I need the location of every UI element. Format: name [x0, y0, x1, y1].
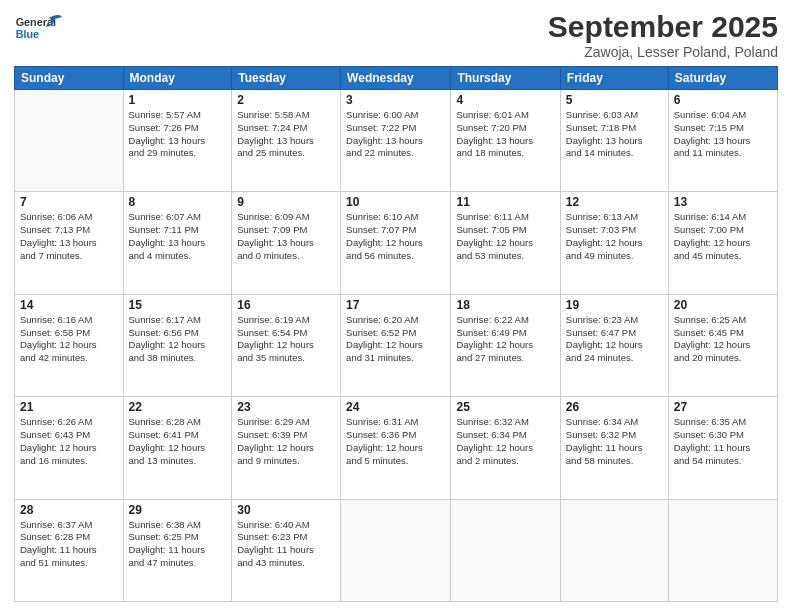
cell-1-6: 5Sunrise: 6:03 AM Sunset: 7:18 PM Daylig… [560, 90, 668, 192]
day-detail: Sunrise: 6:28 AM Sunset: 6:41 PM Dayligh… [129, 416, 227, 467]
cell-4-1: 21Sunrise: 6:26 AM Sunset: 6:43 PM Dayli… [15, 397, 124, 499]
cell-2-4: 10Sunrise: 6:10 AM Sunset: 7:07 PM Dayli… [341, 192, 451, 294]
cell-3-6: 19Sunrise: 6:23 AM Sunset: 6:47 PM Dayli… [560, 294, 668, 396]
day-number: 24 [346, 400, 445, 414]
day-number: 27 [674, 400, 772, 414]
day-number: 21 [20, 400, 118, 414]
cell-3-3: 16Sunrise: 6:19 AM Sunset: 6:54 PM Dayli… [232, 294, 341, 396]
cell-2-3: 9Sunrise: 6:09 AM Sunset: 7:09 PM Daylig… [232, 192, 341, 294]
week-row-3: 14Sunrise: 6:16 AM Sunset: 6:58 PM Dayli… [15, 294, 778, 396]
col-saturday: Saturday [668, 67, 777, 90]
cell-5-3: 30Sunrise: 6:40 AM Sunset: 6:23 PM Dayli… [232, 499, 341, 601]
header-row: Sunday Monday Tuesday Wednesday Thursday… [15, 67, 778, 90]
day-number: 8 [129, 195, 227, 209]
header: General Blue September 2025 Zawoja, Less… [14, 10, 778, 60]
day-number: 7 [20, 195, 118, 209]
cell-5-4 [341, 499, 451, 601]
cell-4-3: 23Sunrise: 6:29 AM Sunset: 6:39 PM Dayli… [232, 397, 341, 499]
subtitle: Zawoja, Lesser Poland, Poland [548, 44, 778, 60]
cell-4-4: 24Sunrise: 6:31 AM Sunset: 6:36 PM Dayli… [341, 397, 451, 499]
cell-1-3: 2Sunrise: 5:58 AM Sunset: 7:24 PM Daylig… [232, 90, 341, 192]
day-number: 15 [129, 298, 227, 312]
day-detail: Sunrise: 6:31 AM Sunset: 6:36 PM Dayligh… [346, 416, 445, 467]
day-number: 3 [346, 93, 445, 107]
page: General Blue September 2025 Zawoja, Less… [0, 0, 792, 612]
day-number: 11 [456, 195, 554, 209]
cell-1-1 [15, 90, 124, 192]
col-sunday: Sunday [15, 67, 124, 90]
cell-2-7: 13Sunrise: 6:14 AM Sunset: 7:00 PM Dayli… [668, 192, 777, 294]
svg-text:Blue: Blue [16, 28, 39, 40]
logo-area: General Blue [14, 10, 64, 50]
day-detail: Sunrise: 6:03 AM Sunset: 7:18 PM Dayligh… [566, 109, 663, 160]
day-detail: Sunrise: 6:19 AM Sunset: 6:54 PM Dayligh… [237, 314, 335, 365]
day-number: 1 [129, 93, 227, 107]
title-area: September 2025 Zawoja, Lesser Poland, Po… [548, 10, 778, 60]
cell-2-5: 11Sunrise: 6:11 AM Sunset: 7:05 PM Dayli… [451, 192, 560, 294]
day-number: 25 [456, 400, 554, 414]
day-detail: Sunrise: 6:04 AM Sunset: 7:15 PM Dayligh… [674, 109, 772, 160]
day-detail: Sunrise: 6:29 AM Sunset: 6:39 PM Dayligh… [237, 416, 335, 467]
col-wednesday: Wednesday [341, 67, 451, 90]
day-detail: Sunrise: 6:09 AM Sunset: 7:09 PM Dayligh… [237, 211, 335, 262]
cell-2-1: 7Sunrise: 6:06 AM Sunset: 7:13 PM Daylig… [15, 192, 124, 294]
day-detail: Sunrise: 6:13 AM Sunset: 7:03 PM Dayligh… [566, 211, 663, 262]
day-number: 26 [566, 400, 663, 414]
week-row-5: 28Sunrise: 6:37 AM Sunset: 6:28 PM Dayli… [15, 499, 778, 601]
day-detail: Sunrise: 6:23 AM Sunset: 6:47 PM Dayligh… [566, 314, 663, 365]
cell-1-2: 1Sunrise: 5:57 AM Sunset: 7:26 PM Daylig… [123, 90, 232, 192]
day-detail: Sunrise: 6:01 AM Sunset: 7:20 PM Dayligh… [456, 109, 554, 160]
cell-3-4: 17Sunrise: 6:20 AM Sunset: 6:52 PM Dayli… [341, 294, 451, 396]
day-number: 2 [237, 93, 335, 107]
day-detail: Sunrise: 5:57 AM Sunset: 7:26 PM Dayligh… [129, 109, 227, 160]
day-detail: Sunrise: 6:37 AM Sunset: 6:28 PM Dayligh… [20, 519, 118, 570]
day-detail: Sunrise: 6:26 AM Sunset: 6:43 PM Dayligh… [20, 416, 118, 467]
day-detail: Sunrise: 6:20 AM Sunset: 6:52 PM Dayligh… [346, 314, 445, 365]
cell-5-5 [451, 499, 560, 601]
day-detail: Sunrise: 6:40 AM Sunset: 6:23 PM Dayligh… [237, 519, 335, 570]
week-row-1: 1Sunrise: 5:57 AM Sunset: 7:26 PM Daylig… [15, 90, 778, 192]
cell-3-5: 18Sunrise: 6:22 AM Sunset: 6:49 PM Dayli… [451, 294, 560, 396]
calendar-table: Sunday Monday Tuesday Wednesday Thursday… [14, 66, 778, 602]
day-detail: Sunrise: 6:32 AM Sunset: 6:34 PM Dayligh… [456, 416, 554, 467]
day-number: 22 [129, 400, 227, 414]
day-detail: Sunrise: 6:07 AM Sunset: 7:11 PM Dayligh… [129, 211, 227, 262]
cell-5-6 [560, 499, 668, 601]
day-number: 20 [674, 298, 772, 312]
col-monday: Monday [123, 67, 232, 90]
cell-2-6: 12Sunrise: 6:13 AM Sunset: 7:03 PM Dayli… [560, 192, 668, 294]
day-detail: Sunrise: 6:38 AM Sunset: 6:25 PM Dayligh… [129, 519, 227, 570]
day-detail: Sunrise: 6:16 AM Sunset: 6:58 PM Dayligh… [20, 314, 118, 365]
day-detail: Sunrise: 5:58 AM Sunset: 7:24 PM Dayligh… [237, 109, 335, 160]
cell-1-4: 3Sunrise: 6:00 AM Sunset: 7:22 PM Daylig… [341, 90, 451, 192]
col-friday: Friday [560, 67, 668, 90]
cell-5-1: 28Sunrise: 6:37 AM Sunset: 6:28 PM Dayli… [15, 499, 124, 601]
cell-3-1: 14Sunrise: 6:16 AM Sunset: 6:58 PM Dayli… [15, 294, 124, 396]
cell-3-2: 15Sunrise: 6:17 AM Sunset: 6:56 PM Dayli… [123, 294, 232, 396]
cell-1-5: 4Sunrise: 6:01 AM Sunset: 7:20 PM Daylig… [451, 90, 560, 192]
col-tuesday: Tuesday [232, 67, 341, 90]
month-title: September 2025 [548, 10, 778, 44]
cell-4-6: 26Sunrise: 6:34 AM Sunset: 6:32 PM Dayli… [560, 397, 668, 499]
day-detail: Sunrise: 6:06 AM Sunset: 7:13 PM Dayligh… [20, 211, 118, 262]
cell-4-2: 22Sunrise: 6:28 AM Sunset: 6:41 PM Dayli… [123, 397, 232, 499]
day-number: 10 [346, 195, 445, 209]
cell-5-2: 29Sunrise: 6:38 AM Sunset: 6:25 PM Dayli… [123, 499, 232, 601]
day-number: 9 [237, 195, 335, 209]
day-detail: Sunrise: 6:25 AM Sunset: 6:45 PM Dayligh… [674, 314, 772, 365]
logo-icon: General Blue [14, 10, 64, 50]
cell-3-7: 20Sunrise: 6:25 AM Sunset: 6:45 PM Dayli… [668, 294, 777, 396]
day-number: 12 [566, 195, 663, 209]
day-detail: Sunrise: 6:22 AM Sunset: 6:49 PM Dayligh… [456, 314, 554, 365]
day-number: 5 [566, 93, 663, 107]
day-number: 16 [237, 298, 335, 312]
cell-4-7: 27Sunrise: 6:35 AM Sunset: 6:30 PM Dayli… [668, 397, 777, 499]
day-number: 30 [237, 503, 335, 517]
cell-4-5: 25Sunrise: 6:32 AM Sunset: 6:34 PM Dayli… [451, 397, 560, 499]
day-number: 6 [674, 93, 772, 107]
day-detail: Sunrise: 6:10 AM Sunset: 7:07 PM Dayligh… [346, 211, 445, 262]
day-detail: Sunrise: 6:00 AM Sunset: 7:22 PM Dayligh… [346, 109, 445, 160]
day-number: 23 [237, 400, 335, 414]
day-detail: Sunrise: 6:17 AM Sunset: 6:56 PM Dayligh… [129, 314, 227, 365]
day-number: 13 [674, 195, 772, 209]
